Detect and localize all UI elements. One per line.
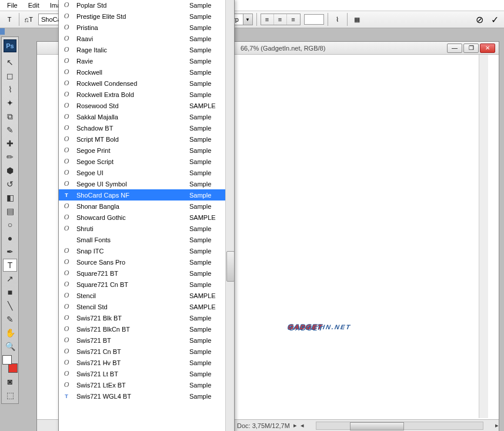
tool-blur[interactable]: ●	[3, 232, 17, 245]
tool-pen[interactable]: ✒	[3, 245, 17, 258]
font-sample-label: Sample	[189, 125, 231, 132]
warp-text-button[interactable]: ⌇	[332, 14, 343, 25]
font-item[interactable]: OSource Sans ProSample	[59, 256, 234, 268]
font-item[interactable]: OSnap ITCSample	[59, 245, 234, 256]
font-item[interactable]: OShowcard GothicSAMPLE	[59, 212, 234, 223]
align-center-button[interactable]: ≡	[274, 14, 287, 25]
font-name-label: Showcard Gothic	[76, 214, 189, 221]
font-item[interactable]: OSwis721 Cn BTSample	[59, 346, 234, 357]
status-arrow-icon[interactable]: ▸	[290, 422, 301, 429]
align-left-button[interactable]: ≡	[261, 14, 274, 25]
font-name-label: Swis721 Lt BT	[76, 370, 189, 377]
font-item[interactable]: OSquare721 BTSample	[59, 268, 234, 279]
tool-marquee[interactable]: ◻	[3, 69, 17, 82]
font-name-label: Swis721 BT	[76, 337, 189, 344]
font-item[interactable]: TShoCard Caps NFSample	[59, 189, 234, 201]
chevron-down-icon[interactable]: ▼	[243, 14, 252, 25]
cancel-icon[interactable]: ⊘	[473, 14, 485, 25]
close-button[interactable]: ✕	[480, 44, 495, 53]
tool-history[interactable]: ↺	[3, 178, 17, 191]
tool-brush[interactable]: ✏	[3, 151, 17, 163]
font-item[interactable]: OSwis721 BTSample	[59, 335, 234, 346]
panel-tab[interactable]	[0, 28, 5, 35]
tool-eraser[interactable]: ◧	[3, 191, 17, 204]
font-item[interactable]: OSwis721 Blk BTSample	[59, 312, 234, 323]
tool-hand[interactable]: ✋	[3, 326, 17, 339]
font-item[interactable]: OSegoe UISample	[59, 167, 234, 178]
tool-notes[interactable]: ✎	[3, 313, 17, 326]
font-name-label: Rage Italic	[76, 46, 189, 54]
font-item[interactable]: OSegoe ScriptSample	[59, 156, 234, 167]
opentype-icon: O	[62, 258, 71, 266]
font-item[interactable]: OSwis721 Lt BTSample	[59, 368, 234, 379]
orientation-icon[interactable]: ⎌T	[23, 14, 35, 25]
tool-path[interactable]: ↗	[3, 272, 17, 285]
menu-file[interactable]: File	[2, 1, 22, 10]
font-item[interactable]: OSquare721 Cn BTSample	[59, 279, 234, 290]
font-item[interactable]: OShonar BanglaSample	[59, 201, 234, 212]
opentype-icon: O	[62, 158, 71, 166]
font-item[interactable]: OSegoe UI SymbolSample	[59, 178, 234, 189]
tool-lasso[interactable]: ⌇	[3, 83, 17, 96]
maximize-button[interactable]: ❐	[463, 44, 479, 53]
tool-move[interactable]: ↖	[3, 56, 17, 69]
font-item[interactable]: ORockwellSample	[59, 66, 234, 78]
font-sample-label: Sample	[189, 393, 231, 400]
font-item[interactable]: OScript MT BoldSample	[59, 133, 234, 145]
font-item[interactable]: OPrestige Elite StdSample	[59, 11, 234, 22]
font-name-label: ShoCard Caps NF	[76, 192, 189, 199]
screen-mode-button[interactable]: ⬚	[3, 389, 17, 402]
tool-gradient[interactable]: ▤	[3, 205, 17, 218]
font-item[interactable]: OPoplar StdSample	[59, 0, 234, 11]
tool-eyedropper[interactable]: ✎	[3, 123, 17, 136]
align-right-button[interactable]: ≡	[287, 14, 300, 25]
menu-edit[interactable]: Edit	[24, 1, 44, 10]
font-sample-label: Sample	[189, 315, 231, 322]
tool-dodge[interactable]: ○	[3, 218, 17, 231]
font-item[interactable]: ORockwell Extra BoldSample	[59, 89, 234, 100]
font-item[interactable]: OPristinaSample	[59, 22, 234, 33]
font-item[interactable]: OSwis721 BlkCn BTSample	[59, 323, 234, 335]
font-item[interactable]: ORockwell CondensedSample	[59, 78, 234, 89]
font-sample-label: Sample	[189, 24, 231, 31]
tool-line[interactable]: ╲	[3, 299, 17, 312]
minimize-button[interactable]: —	[447, 44, 462, 53]
font-name-label: Segoe Script	[76, 158, 189, 165]
font-item[interactable]: OShrutiSample	[59, 223, 234, 234]
font-name-label: Swis721 WGL4 BT	[76, 393, 189, 400]
foreground-color-swatch[interactable]	[2, 355, 12, 365]
font-name-label: Ravie	[76, 58, 189, 65]
character-panel-button[interactable]: ▦	[351, 14, 363, 25]
tool-rectangle[interactable]: ■	[3, 286, 17, 299]
font-list-scrollbar[interactable]	[225, 0, 234, 431]
background-color-swatch[interactable]	[8, 363, 18, 373]
tool-zoom[interactable]: 🔍	[3, 340, 17, 353]
opentype-icon: O	[62, 24, 71, 32]
font-item[interactable]: OSwis721 LtEx BTSample	[59, 379, 234, 390]
font-item[interactable]: OSchadow BTSample	[59, 122, 234, 133]
font-item[interactable]: ORavieSample	[59, 55, 234, 66]
tool-crop[interactable]: ⧉	[3, 110, 17, 123]
font-item[interactable]: OSakkal MajallaSample	[59, 111, 234, 122]
commit-icon[interactable]: ✓	[489, 14, 500, 25]
horizontal-scrollbar[interactable]	[316, 422, 483, 430]
tool-healing[interactable]: ✚	[3, 137, 17, 150]
opentype-icon: O	[62, 269, 71, 278]
font-item[interactable]: ORosewood StdSAMPLE	[59, 100, 234, 111]
tool-wand[interactable]: ✦	[3, 96, 17, 109]
font-item[interactable]: ORage ItalicSample	[59, 44, 234, 55]
font-item[interactable]: Small FontsSample	[59, 234, 234, 245]
font-item[interactable]: TSwis721 WGL4 BTSample	[59, 390, 234, 402]
font-item[interactable]: ORaaviSample	[59, 33, 234, 44]
text-color-swatch[interactable]	[304, 14, 324, 25]
font-item[interactable]: OSwis721 Hv BTSample	[59, 357, 234, 368]
quick-mask-button[interactable]: ◙	[3, 375, 17, 388]
font-item[interactable]: OStencil StdSAMPLE	[59, 301, 234, 312]
font-item[interactable]: OStencilSAMPLE	[59, 290, 234, 301]
tool-type[interactable]: T	[3, 259, 17, 272]
opentype-icon: O	[62, 247, 71, 255]
font-item[interactable]: OSegoe PrintSample	[59, 145, 234, 156]
font-sample-label: Sample	[189, 248, 231, 255]
tool-stamp[interactable]: ⬢	[3, 164, 17, 177]
font-sample-label: Sample	[189, 326, 231, 333]
